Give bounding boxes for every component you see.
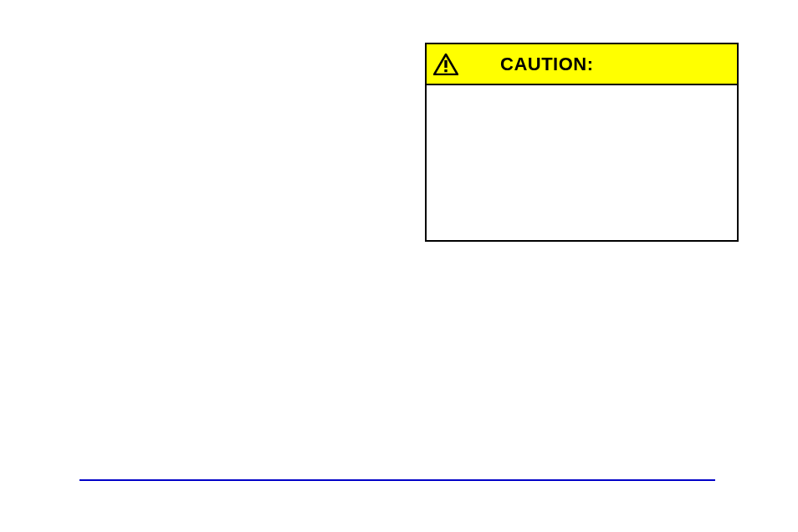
caution-panel: CAUTION:: [425, 43, 739, 242]
svg-rect-1: [444, 60, 447, 68]
caution-title: CAUTION:: [500, 54, 594, 75]
caution-header: CAUTION:: [427, 44, 737, 85]
document-page: CAUTION:: [0, 0, 798, 532]
footer-rule: [79, 479, 715, 481]
svg-rect-2: [444, 69, 447, 72]
warning-triangle-icon: [433, 54, 458, 75]
